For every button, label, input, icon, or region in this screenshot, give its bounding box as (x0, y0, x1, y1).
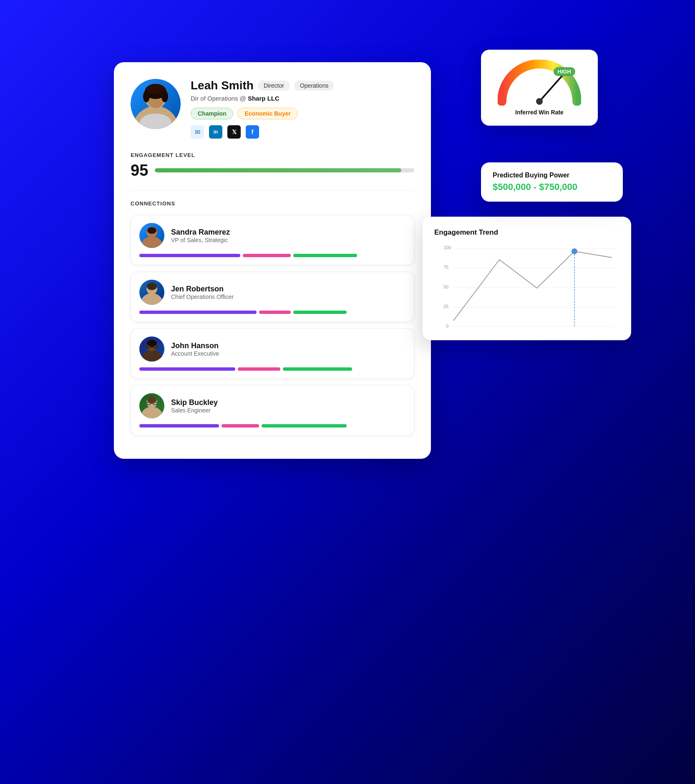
svg-point-10 (147, 227, 156, 234)
connections-label: CONNECTIONS (131, 200, 414, 207)
svg-point-14 (140, 350, 164, 362)
tags-row: Champion Economic Buyer (191, 108, 414, 119)
svg-point-5 (161, 91, 168, 102)
conn-name-3: John Hanson (171, 341, 219, 350)
facebook-icon[interactable]: f (246, 125, 259, 139)
connection-header-1: Sandra Ramerez VP of Sales, Strategic (139, 223, 405, 248)
svg-text:75: 75 (443, 265, 448, 270)
svg-text:100: 100 (443, 245, 451, 250)
svg-point-11 (140, 293, 164, 305)
connection-card-3[interactable]: John Hanson Account Executive (131, 329, 414, 379)
bar-purple-4 (139, 424, 219, 427)
email-icon[interactable]: ✉ (191, 125, 204, 139)
engagement-section: ENGAGEMENT LEVEL 95 (131, 152, 414, 178)
conn-avatar-3 (139, 336, 164, 362)
engagement-label: ENGAGEMENT LEVEL (131, 152, 414, 158)
conn-info-4: Skip Buckley Sales Engineer (171, 398, 218, 414)
conn-info-2: Jen Robertson Chief Operations Officer (171, 285, 234, 300)
buying-power-title: Predicted Buying Power (493, 172, 611, 179)
svg-point-39 (572, 248, 577, 254)
trend-title: Engagement Trend (434, 228, 619, 237)
name-row: Leah Smith Director Operations (191, 79, 414, 92)
connection-header-4: Skip Buckley Sales Engineer (139, 393, 405, 418)
svg-text:25: 25 (443, 304, 448, 309)
high-badge: HIGH (554, 67, 576, 76)
win-rate-card: HIGH Inferred Win Rate (481, 50, 598, 126)
bar-green-4 (262, 424, 347, 427)
bar-pink-3 (238, 367, 280, 371)
bar-purple-2 (139, 311, 257, 314)
conn-bars-2 (139, 311, 405, 314)
avatar (131, 79, 181, 129)
chart-area: 100 75 50 25 0 Oct 30 Nov 6 (434, 245, 619, 329)
bar-pink-2 (259, 311, 291, 314)
connection-header-2: Jen Robertson Chief Operations Officer (139, 280, 405, 305)
conn-info-1: Sandra Ramerez VP of Sales, Strategic (171, 228, 230, 243)
svg-text:0: 0 (446, 324, 448, 329)
connections-section: CONNECTIONS Sandra Ramerez VP of Sales, … (131, 200, 414, 435)
svg-point-22 (147, 396, 156, 404)
bar-pink-1 (243, 254, 291, 257)
divider (131, 190, 414, 190)
bar-green-3 (283, 367, 352, 371)
buying-power-amount: $500,000 - $750,000 (493, 182, 611, 192)
connection-card-1[interactable]: Sandra Ramerez VP of Sales, Strategic (131, 215, 414, 265)
director-badge: Director (258, 81, 290, 91)
engagement-fill (155, 168, 401, 172)
svg-line-26 (539, 72, 565, 101)
profile-header: Leah Smith Director Operations Dir of Op… (131, 79, 414, 139)
svg-point-27 (536, 98, 543, 105)
title-text: Dir of Operations @ (191, 95, 248, 102)
conn-bars-4 (139, 424, 405, 427)
bar-purple-1 (139, 254, 240, 257)
x-icon[interactable]: 𝕏 (227, 125, 241, 139)
svg-point-8 (140, 236, 164, 248)
operations-badge: Operations (294, 81, 334, 91)
engagement-score: 95 (131, 162, 148, 178)
gauge-container: HIGH (498, 60, 581, 106)
conn-avatar-4 (139, 393, 164, 418)
bar-pink-4 (222, 424, 259, 427)
title-row: Dir of Operations @ Sharp LLC (191, 95, 414, 102)
conn-avatar-2 (139, 280, 164, 305)
bar-green-1 (293, 254, 357, 257)
scene: Leah Smith Director Operations Dir of Op… (97, 37, 598, 747)
conn-title-4: Sales Engineer (171, 407, 218, 414)
main-profile-card: Leah Smith Director Operations Dir of Op… (114, 62, 431, 459)
profile-info: Leah Smith Director Operations Dir of Op… (191, 79, 414, 139)
conn-name-4: Skip Buckley (171, 398, 218, 407)
connection-header-3: John Hanson Account Executive (139, 336, 405, 362)
conn-avatar-1 (139, 223, 164, 248)
connection-card-4[interactable]: Skip Buckley Sales Engineer (131, 385, 414, 435)
conn-title-3: Account Executive (171, 350, 219, 357)
engagement-row: 95 (131, 162, 414, 178)
conn-bars-3 (139, 367, 405, 371)
bar-green-2 (293, 311, 347, 314)
company-name: Sharp LLC (248, 95, 280, 102)
conn-name-2: Jen Robertson (171, 285, 234, 293)
svg-point-6 (146, 84, 165, 94)
buying-power-card: Predicted Buying Power $500,000 - $750,0… (481, 162, 623, 202)
engagement-progress-bar (155, 168, 414, 172)
engagement-trend-card: Engagement Trend 100 75 50 25 0 (423, 217, 631, 340)
champion-tag: Champion (191, 108, 233, 119)
conn-info-3: John Hanson Account Executive (171, 341, 219, 357)
social-row: ✉ in 𝕏 f (191, 125, 414, 139)
linkedin-icon[interactable]: in (209, 125, 222, 139)
conn-name-1: Sandra Ramerez (171, 228, 230, 237)
person-name: Leah Smith (191, 79, 254, 92)
conn-title-1: VP of Sales, Strategic (171, 237, 230, 243)
conn-bars-1 (139, 254, 405, 257)
gauge-label: Inferred Win Rate (491, 109, 588, 116)
bar-purple-3 (139, 367, 235, 371)
connection-card-2[interactable]: Jen Robertson Chief Operations Officer (131, 272, 414, 322)
economic-buyer-tag: Economic Buyer (237, 108, 297, 119)
svg-point-20 (140, 407, 164, 418)
svg-text:50: 50 (443, 284, 448, 289)
svg-point-4 (143, 91, 150, 102)
conn-title-2: Chief Operations Officer (171, 293, 234, 300)
svg-point-13 (147, 283, 157, 290)
